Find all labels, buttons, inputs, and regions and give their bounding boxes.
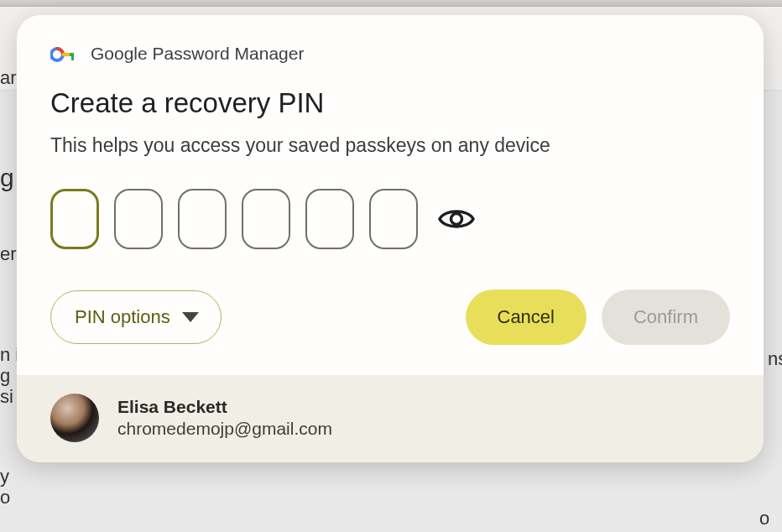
background-text: g [0, 365, 10, 387]
recovery-pin-dialog: Google Password Manager Create a recover… [17, 15, 764, 462]
pin-digit-1[interactable] [50, 189, 99, 249]
dialog-description: This helps you access your saved passkey… [50, 134, 730, 157]
dialog-header: Google Password Manager [17, 15, 764, 81]
app-name-label: Google Password Manager [91, 44, 304, 64]
dialog-body: Create a recovery PIN This helps you acc… [17, 81, 764, 375]
background-text: ns [768, 348, 782, 370]
background-text: g [0, 164, 14, 192]
pin-digit-3[interactable] [178, 189, 227, 249]
dialog-title: Create a recovery PIN [50, 87, 730, 119]
background-text: er [0, 243, 17, 265]
avatar [50, 394, 99, 442]
background-text: o [0, 487, 10, 509]
svg-rect-3 [71, 53, 74, 60]
background-text: ar [0, 67, 17, 89]
account-footer[interactable]: Elisa Beckett chromedemojp@gmail.com [17, 375, 764, 462]
user-info: Elisa Beckett chromedemojp@gmail.com [117, 397, 332, 439]
window-chrome-top [0, 0, 782, 7]
background-text: si [0, 386, 13, 408]
cancel-button[interactable]: Cancel [466, 289, 586, 345]
pin-digit-6[interactable] [369, 189, 418, 249]
svg-rect-1 [62, 53, 70, 56]
chevron-down-icon [182, 312, 199, 322]
pin-digit-4[interactable] [242, 189, 290, 249]
background-text: o [759, 508, 769, 529]
background-text: y [0, 466, 9, 488]
user-email-label: chromedemojp@gmail.com [117, 419, 332, 439]
svg-point-4 [451, 214, 462, 225]
button-group: Cancel Confirm [466, 289, 731, 345]
pin-options-dropdown[interactable]: PIN options [50, 290, 222, 344]
google-password-manager-icon [50, 45, 76, 62]
show-pin-toggle-icon[interactable] [438, 206, 475, 232]
pin-digit-5[interactable] [305, 189, 354, 249]
confirm-button: Confirm [602, 289, 730, 345]
pin-options-label: PIN options [75, 306, 170, 328]
pin-digit-2[interactable] [114, 189, 163, 249]
user-name-label: Elisa Beckett [117, 397, 332, 417]
dialog-actions: PIN options Cancel Confirm [50, 289, 730, 345]
pin-input-row [50, 189, 730, 249]
